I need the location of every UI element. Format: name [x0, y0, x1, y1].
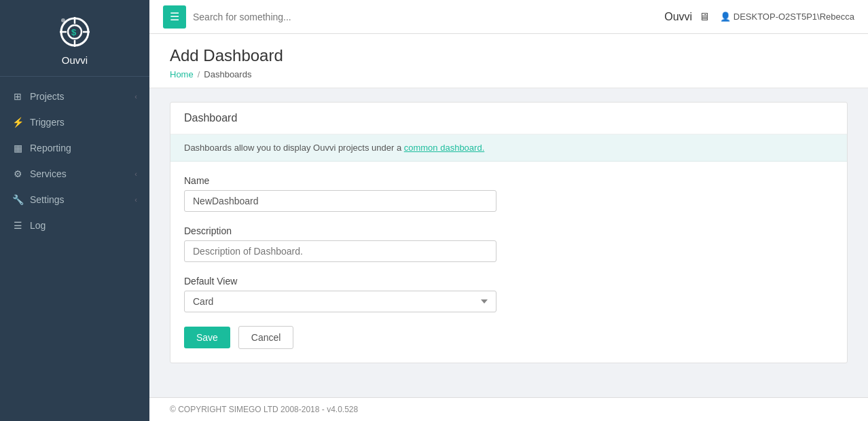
hamburger-icon: ☰	[170, 10, 179, 23]
info-text: Dashboards allow you to display Ouvvi pr…	[184, 143, 484, 153]
name-field-group: Name	[184, 175, 833, 212]
page-title: Add Dashboard	[170, 46, 848, 65]
log-icon: ☰	[12, 220, 23, 231]
sidebar-item-label: Settings	[30, 194, 65, 205]
topbar: ☰ Ouvvi 🖥 👤 DESKTOP-O2ST5P1\Rebecca	[149, 0, 868, 34]
form-actions: Save Cancel	[184, 326, 833, 349]
breadcrumb-current: Dashboards	[204, 69, 251, 79]
sidebar-logo: $ Ouvvi	[0, 0, 149, 77]
topbar-user[interactable]: 👤 DESKTOP-O2ST5P1\Rebecca	[720, 12, 854, 22]
svg-point-7	[61, 18, 65, 22]
main-content: Add Dashboard Home / Dashboards Dashboar…	[149, 34, 868, 421]
dashboard-card: Dashboard Dashboards allow you to displa…	[170, 102, 848, 363]
sidebar-item-label: Services	[30, 168, 67, 179]
content-area: Dashboard Dashboards allow you to displa…	[149, 88, 868, 397]
topbar-right: 🖥 👤 DESKTOP-O2ST5P1\Rebecca	[699, 11, 854, 23]
sidebar-item-services[interactable]: ⚙ Services ‹	[0, 161, 149, 187]
triggers-icon: ⚡	[12, 117, 23, 128]
name-label: Name	[184, 175, 833, 186]
projects-icon: ⊞	[12, 91, 23, 102]
sidebar: $ Ouvvi ⊞ Projects ‹ ⚡ Triggers	[0, 0, 149, 421]
services-chevron-icon: ‹	[134, 170, 137, 178]
hamburger-button[interactable]: ☰	[163, 5, 186, 29]
cancel-button[interactable]: Cancel	[238, 326, 294, 349]
common-dashboard-link[interactable]: common dashboard.	[404, 143, 485, 153]
default-view-label: Default View	[184, 276, 833, 287]
topbar-title: Ouvvi	[664, 11, 692, 23]
default-view-field-group: Default View Card List Table	[184, 276, 833, 312]
sidebar-item-settings[interactable]: 🔧 Settings ‹	[0, 187, 149, 213]
card-header: Dashboard	[170, 103, 847, 134]
description-input[interactable]	[184, 240, 496, 262]
name-input[interactable]	[184, 190, 496, 212]
sidebar-item-log[interactable]: ☰ Log	[0, 213, 149, 238]
sidebar-item-projects[interactable]: ⊞ Projects ‹	[0, 84, 149, 109]
footer-text: © COPYRIGHT SIMEGO LTD 2008-2018 - v4.0.…	[170, 405, 358, 414]
default-view-select[interactable]: Card List Table	[184, 291, 496, 312]
footer: © COPYRIGHT SIMEGO LTD 2008-2018 - v4.0.…	[149, 397, 868, 421]
save-button[interactable]: Save	[184, 327, 230, 348]
app-name: Ouvvi	[62, 54, 88, 66]
card-body: Name Description Default View Card List	[170, 162, 847, 363]
sidebar-item-reporting[interactable]: ▦ Reporting	[0, 135, 149, 161]
breadcrumb-home[interactable]: Home	[170, 69, 194, 79]
breadcrumb: Home / Dashboards	[170, 69, 848, 79]
sidebar-item-label: Log	[30, 220, 46, 231]
user-name: DESKTOP-O2ST5P1\Rebecca	[734, 12, 854, 22]
page-header: Add Dashboard Home / Dashboards	[149, 34, 868, 88]
user-icon: 👤	[720, 12, 731, 22]
sidebar-item-triggers[interactable]: ⚡ Triggers	[0, 109, 149, 135]
description-label: Description	[184, 225, 833, 236]
sidebar-item-label: Projects	[30, 91, 65, 102]
sidebar-item-label: Reporting	[30, 143, 71, 153]
projects-chevron-icon: ‹	[134, 92, 137, 100]
settings-chevron-icon: ‹	[134, 196, 137, 204]
search-input[interactable]	[193, 12, 657, 22]
svg-text:$: $	[71, 27, 77, 37]
app-logo-icon: $	[56, 14, 93, 50]
breadcrumb-sep: /	[198, 69, 200, 79]
sidebar-item-label: Triggers	[30, 117, 65, 128]
card-info: Dashboards allow you to display Ouvvi pr…	[170, 134, 847, 162]
settings-icon: 🔧	[12, 194, 23, 205]
reporting-icon: ▦	[12, 143, 23, 153]
sidebar-nav: ⊞ Projects ‹ ⚡ Triggers ▦ Reporting	[0, 77, 149, 421]
description-field-group: Description	[184, 225, 833, 262]
monitor-icon[interactable]: 🖥	[699, 11, 710, 23]
services-icon: ⚙	[12, 168, 23, 179]
